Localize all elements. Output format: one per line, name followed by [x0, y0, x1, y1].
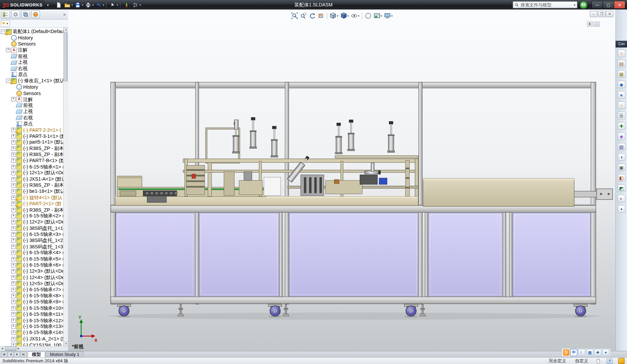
tree-expander-icon[interactable]: +: [11, 257, 16, 261]
view-settings-button[interactable]: ▾: [384, 12, 393, 20]
tree-expander-icon[interactable]: +: [11, 232, 16, 237]
zoom-fit-button[interactable]: [291, 12, 299, 20]
tree-item[interactable]: 原点: [0, 72, 68, 78]
tree-expander-icon[interactable]: +: [11, 214, 16, 218]
last-tab-icon[interactable]: [20, 352, 26, 357]
tree-item[interactable]: +(-) 6-15-5轴承<8> (默: [0, 293, 68, 299]
tree-item[interactable]: +(-) 38S码盘托_1<3> (: [0, 244, 68, 250]
tree-expander-icon[interactable]: +: [11, 208, 16, 212]
tree-item[interactable]: History: [0, 84, 68, 90]
tree-expander-icon[interactable]: +: [11, 337, 16, 341]
tree-item[interactable]: +(-) R38S_ZP - 副本<4: [0, 207, 68, 213]
tree-item[interactable]: +(-) 12<4> (默认<Def: [0, 274, 68, 280]
tree-item[interactable]: +(-) 6-15-5轴承<12> (: [0, 317, 68, 324]
undo-button[interactable]: [94, 1, 103, 8]
tree-item[interactable]: 上视: [0, 109, 68, 115]
tree-item[interactable]: +(-) PART7-B<1> (默认: [0, 158, 68, 164]
tab-featuremanager[interactable]: [1, 10, 10, 19]
tree-item[interactable]: +(-) 12<5> (默认<Def: [0, 281, 68, 287]
tree-item[interactable]: +(-) 12<1> (默认<Def: [0, 170, 68, 176]
task-pane-tab[interactable]: Con: [616, 41, 627, 48]
ime-more-icon[interactable]: ▾: [602, 349, 609, 356]
close-button[interactable]: ✕: [614, 1, 625, 9]
interference-icon[interactable]: ◩: [618, 184, 625, 192]
tree-display-filter-button[interactable]: ▼: [1, 20, 10, 27]
tree-item[interactable]: +(-) 6-15-5轴承<13> (: [0, 324, 68, 330]
side-cabinet[interactable]: [423, 178, 613, 206]
search-dropdown-icon[interactable]: ▾: [574, 3, 575, 7]
tree-item[interactable]: −装配体1 (Default<Defaul: [0, 29, 68, 35]
hscrollbar-thumb[interactable]: [5, 346, 16, 351]
tree-horizontal-scrollbar[interactable]: ◀ ▶: [0, 346, 68, 351]
zoom-area-button[interactable]: [300, 12, 307, 20]
tree-item[interactable]: +(-) 6-15-5轴承<6> (默: [0, 262, 68, 268]
mate-icon[interactable]: ◑: [618, 153, 625, 161]
tree-expander-icon[interactable]: +: [11, 140, 16, 145]
chinese-mode-icon[interactable]: 中: [570, 349, 577, 356]
tree-vertical-scrollbar[interactable]: ▲ ▼: [63, 27, 68, 346]
doc-close-button[interactable]: ✕: [606, 11, 614, 17]
tree-item[interactable]: +(-) 6-15-5轴承<5> (默: [0, 256, 68, 262]
save-button[interactable]: [74, 1, 82, 8]
tree-expander-icon[interactable]: +: [11, 146, 16, 151]
tab-displaymanager[interactable]: [31, 10, 40, 19]
hide-show-items-button[interactable]: ▾: [350, 12, 360, 20]
graphics-viewport[interactable]: Y X ▾ ▾ ▾ ▾ ▾ ‒ ❐ ✕ ◧ ▢: [68, 9, 616, 351]
tree-expander-icon[interactable]: +: [11, 97, 16, 101]
tab-motion-study[interactable]: Motion Study 1: [46, 351, 84, 358]
tree-item[interactable]: +A注解: [0, 47, 68, 53]
print-button[interactable]: [84, 1, 92, 8]
tree-expander-icon[interactable]: +: [11, 177, 16, 181]
print-dropdown-icon[interactable]: ▾: [92, 3, 94, 7]
tree-item[interactable]: +(-) 6-15-5轴承<9> (默: [0, 299, 68, 305]
options-button[interactable]: [131, 1, 139, 8]
tree-item[interactable]: 右视: [0, 115, 68, 121]
fullwidth-icon[interactable]: ☾: [578, 349, 585, 356]
web-help-icon[interactable]: [618, 358, 625, 364]
tab-model[interactable]: 模型: [28, 351, 45, 358]
panel-expand-chevron-icon[interactable]: »: [63, 12, 67, 17]
toolbox-icon[interactable]: ✚: [618, 122, 625, 129]
tree-expander-icon[interactable]: +: [11, 325, 16, 329]
tree-item[interactable]: +(-) JXS1-A_2<1> (默: [0, 336, 68, 342]
open-dropdown-icon[interactable]: ▾: [71, 3, 73, 7]
previous-tab-icon[interactable]: [8, 352, 14, 357]
tree-expander-icon[interactable]: +: [11, 251, 16, 255]
status-sheet-icon[interactable]: [595, 358, 601, 363]
tree-expander-icon[interactable]: +: [11, 239, 16, 243]
appearances-icon[interactable]: ●: [618, 91, 625, 98]
tree-item[interactable]: +A注解: [0, 96, 68, 102]
pneumatic-cylinders[interactable]: [232, 117, 394, 157]
doc-restore-button[interactable]: ❐: [598, 11, 606, 17]
tree-expander-icon[interactable]: +: [11, 220, 16, 224]
tree-item[interactable]: +(-) 6-15-5轴承<2> (默: [0, 213, 68, 219]
tree-expander-icon[interactable]: +: [11, 183, 16, 187]
tree-item[interactable]: +(-) part5-1<1> (默认: [0, 139, 68, 145]
tree-item[interactable]: 前视: [0, 53, 68, 59]
tree-expander-icon[interactable]: +: [11, 134, 16, 139]
next-tab-icon[interactable]: [14, 352, 20, 357]
tree-item[interactable]: +(-) R38S_ZP - 副本<1: [0, 146, 68, 152]
exploded-view-icon[interactable]: ◧: [618, 174, 625, 182]
scroll-right-icon[interactable]: ▶: [17, 347, 21, 351]
undo-dropdown-icon[interactable]: ▾: [103, 3, 104, 7]
capture-icon[interactable]: ▪: [618, 205, 625, 213]
tree-item[interactable]: +(-) 6-15-5轴承<1> (默: [0, 164, 68, 170]
view-orientation-button[interactable]: ▾: [329, 12, 338, 20]
search-input[interactable]: 搜索文件与模型 ▾: [513, 1, 577, 8]
tree-item[interactable]: Sensors: [0, 41, 68, 47]
tree-item[interactable]: +(-) PART-2-2<1> (: [0, 127, 68, 133]
tree-item[interactable]: History: [0, 35, 68, 41]
pane-full-icon[interactable]: ▢: [594, 22, 600, 27]
select-button[interactable]: [109, 1, 117, 8]
view-palette-icon[interactable]: ◆: [618, 81, 625, 88]
open-button[interactable]: [63, 1, 72, 8]
tree-expander-icon[interactable]: +: [11, 245, 16, 249]
file-explorer-icon[interactable]: ▦: [618, 70, 625, 78]
tree-item[interactable]: −(-) 修改后_1<1> (默认: [0, 78, 68, 84]
soft-keyboard-icon[interactable]: ▦: [586, 349, 593, 356]
select-dropdown-icon[interactable]: ▾: [116, 3, 118, 7]
design-library-icon[interactable]: ▤: [618, 60, 625, 68]
tree-item[interactable]: +(-) R38S_ZP - 副本<2: [0, 152, 68, 158]
maximize-button[interactable]: ▢: [603, 1, 614, 9]
